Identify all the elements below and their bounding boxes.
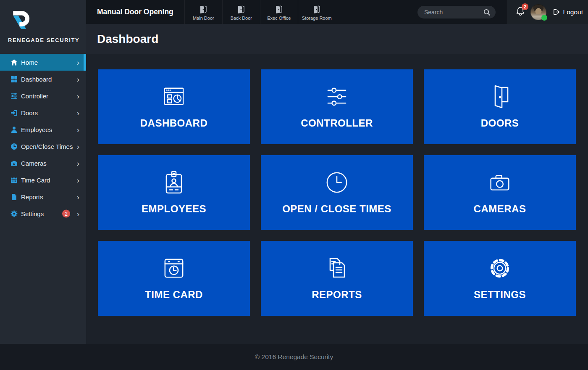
sidebar-item-label: Cameras [21, 160, 47, 167]
tile-open-close-times[interactable]: OPEN / CLOSE TIMES [261, 155, 413, 230]
sidebar-item-open-close-times[interactable]: Open/Close Times › [0, 138, 86, 155]
sidebar-item-label: Employees [21, 126, 52, 133]
page-header: Dashboard [86, 24, 588, 54]
sidebar-item-doors[interactable]: Doors › [0, 104, 86, 121]
main-content: DASHBOARD CONTROLLER DOORS EMPLOYEES [86, 54, 588, 344]
chevron-right-icon: › [77, 210, 79, 218]
id-badge-icon [165, 170, 183, 195]
tile-label: SETTINGS [474, 289, 526, 301]
logout-icon [552, 8, 560, 16]
logout-button[interactable]: Logout [552, 8, 583, 16]
sidebar-item-label: Home [21, 59, 38, 66]
topbar-spacer [336, 0, 417, 24]
tile-label: DASHBOARD [140, 117, 208, 129]
tile-settings[interactable]: SETTINGS [424, 241, 576, 316]
open-door-icon [491, 85, 509, 109]
chevron-right-icon: › [77, 176, 79, 184]
clock-icon [10, 143, 18, 150]
tile-dashboard[interactable]: DASHBOARD [98, 69, 250, 144]
sliders-icon [326, 85, 348, 109]
door-button-storage-room[interactable]: Storage Room [298, 0, 336, 24]
sidebar-item-reports[interactable]: Reports › [0, 188, 86, 205]
door-button-label: Exec Office [267, 16, 291, 21]
footer: © 2016 Renegade Security [0, 344, 588, 370]
chevron-right-icon: › [77, 109, 79, 117]
avatar[interactable] [530, 4, 546, 20]
camera-icon [10, 160, 18, 167]
user-icon [10, 126, 18, 133]
clock-icon [326, 170, 348, 195]
calendar-clock-icon [163, 256, 184, 280]
tile-label: DOORS [481, 117, 519, 129]
logout-label: Logout [563, 8, 583, 16]
door-icon [274, 4, 284, 14]
sidebar-item-label: Dashboard [21, 76, 52, 83]
notifications-button[interactable]: 2 [516, 6, 525, 18]
door-button-label: Storage Room [302, 16, 332, 21]
tile-cameras[interactable]: CAMERAS [424, 155, 576, 230]
sidebar-nav: Home › Dashboard › Controller › [0, 54, 86, 222]
door-button-exec-office[interactable]: Exec Office [260, 0, 298, 24]
dashboard-window-icon [163, 85, 185, 109]
chevron-right-icon: › [77, 92, 79, 100]
tile-label: CONTROLLER [301, 117, 373, 129]
tile-doors[interactable]: DOORS [424, 69, 576, 144]
brand-logo: RENEGADE SECURITY [0, 0, 86, 54]
sliders-icon [10, 92, 18, 100]
tile-time-card[interactable]: TIME CARD [98, 241, 250, 316]
online-status-dot [541, 15, 547, 21]
chevron-right-icon: › [77, 193, 79, 201]
app-window: RENEGADE SECURITY Home › Dashboard › [0, 0, 588, 370]
sidebar-item-employees[interactable]: Employees › [0, 121, 86, 138]
tile-label: OPEN / CLOSE TIMES [282, 203, 391, 215]
tile-label: REPORTS [312, 289, 362, 301]
sidebar-item-dashboard[interactable]: Dashboard › [0, 71, 86, 87]
sidebar-item-label: Settings [21, 210, 44, 217]
tile-label: EMPLOYEES [142, 203, 206, 215]
grid-icon [10, 76, 18, 83]
home-icon [10, 59, 18, 66]
sidebar-item-label: Controller [21, 92, 48, 100]
topbar-user-section: 2 Logout [506, 0, 588, 24]
sidebar-item-controller[interactable]: Controller › [0, 87, 86, 104]
tile-label: CAMERAS [474, 203, 526, 215]
sidebar-item-label: Reports [21, 193, 43, 201]
search [417, 6, 496, 18]
gear-icon [10, 210, 18, 217]
tile-label: TIME CARD [145, 289, 203, 301]
sidebar-item-label: Open/Close Times [21, 143, 73, 150]
calendar-icon [10, 177, 18, 184]
page-title: Dashboard [97, 32, 158, 46]
sidebar-item-home[interactable]: Home › [0, 54, 86, 71]
tile-controller[interactable]: CONTROLLER [261, 69, 413, 144]
renegade-logo-icon [8, 9, 34, 34]
chevron-right-icon: › [77, 126, 79, 134]
tile-reports[interactable]: REPORTS [261, 241, 413, 316]
sidebar-item-label: Time Card [21, 177, 50, 184]
copyright-text: © 2016 Renegade Security [255, 353, 333, 361]
chevron-right-icon: › [77, 58, 79, 66]
topbar-title: Manual Door Opening [86, 0, 184, 24]
sidebar-item-label: Doors [21, 109, 38, 116]
sign-in-icon [10, 109, 18, 116]
sidebar-item-cameras[interactable]: Cameras › [0, 155, 86, 172]
door-icon [236, 4, 246, 14]
topbar: Manual Door Opening Main Door Back Door … [86, 0, 588, 24]
door-button-back-door[interactable]: Back Door [222, 0, 260, 24]
brand-name: RENEGADE SECURITY [8, 37, 86, 43]
documents-icon [326, 256, 348, 280]
tile-employees[interactable]: EMPLOYEES [98, 155, 250, 230]
sidebar-item-settings[interactable]: Settings 2 › [0, 205, 86, 222]
camera-icon [489, 170, 511, 195]
chevron-right-icon: › [77, 75, 79, 83]
file-icon [10, 193, 18, 201]
notification-count-badge: 2 [522, 3, 528, 10]
door-button-main-door[interactable]: Main Door [184, 0, 222, 24]
sidebar-item-time-card[interactable]: Time Card › [0, 172, 86, 188]
search-icon[interactable] [483, 8, 491, 16]
sidebar: RENEGADE SECURITY Home › Dashboard › [0, 0, 86, 344]
tile-grid: DASHBOARD CONTROLLER DOORS EMPLOYEES [98, 69, 576, 316]
door-button-label: Back Door [231, 16, 252, 21]
door-button-label: Main Door [193, 16, 214, 21]
door-icon [312, 4, 321, 14]
